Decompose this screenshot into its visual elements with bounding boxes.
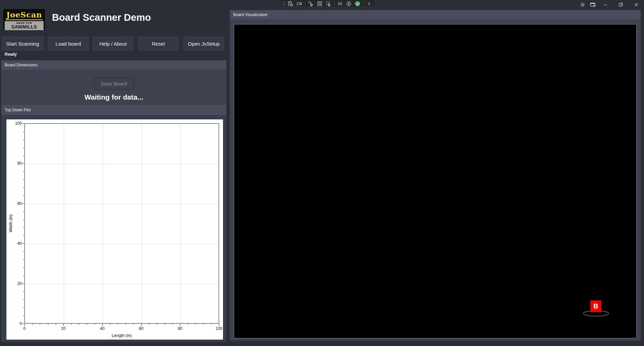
collapse-toolbar-icon[interactable]	[365, 1, 373, 7]
top-down-plot-surface[interactable]: 0 20 40 60 80 100 100 80 60 40 20 0 Leng…	[6, 119, 223, 340]
logo-tagline-bottom: SAWMILLS	[5, 24, 44, 30]
x-tick-label: 100	[212, 326, 226, 331]
save-board-button[interactable]: Save Board	[94, 78, 134, 90]
board-visualization-viewport[interactable]: B	[234, 24, 637, 338]
window-settings-icon[interactable]	[588, 0, 598, 9]
y-tick-label: 40	[9, 241, 22, 246]
x-tick-label: 40	[96, 326, 109, 331]
board-dimensions-content: Save Board Waiting for data...	[1, 70, 226, 105]
select-element-icon[interactable]	[307, 1, 315, 7]
help-about-button[interactable]: Help / About	[93, 37, 133, 50]
layout-adorners-icon[interactable]	[316, 1, 324, 7]
load-board-button[interactable]: Load board	[48, 37, 89, 50]
joescan-logo: JoeScan MADE FOR SAWMILLS	[3, 9, 45, 30]
close-icon[interactable]	[629, 0, 644, 9]
board-marker[interactable]: B	[590, 300, 601, 312]
gridline-vertical	[103, 124, 103, 323]
debug-toolbar	[280, 0, 375, 7]
toolbar-separator	[363, 1, 364, 6]
hot-reload-icon[interactable]	[336, 1, 344, 7]
logo-tagline: MADE FOR SAWMILLS	[5, 21, 44, 30]
toolbar-separator	[305, 1, 305, 6]
y-tick-label: 20	[9, 281, 22, 286]
window-controls	[578, 0, 644, 9]
y-tick-label: 100	[9, 121, 22, 126]
plot-area	[24, 123, 219, 324]
y-tick-label: 60	[9, 201, 22, 206]
waiting-for-data-message: Waiting for data...	[1, 93, 226, 101]
x-axis-major-ticks	[24, 324, 219, 326]
toolbar-separator	[334, 1, 334, 6]
gridline-vertical	[64, 124, 64, 323]
y-axis-title: Width (in)	[8, 214, 13, 232]
app-window: JoeScan MADE FOR SAWMILLS Board Scanner …	[0, 0, 644, 346]
x-tick-label: 20	[57, 326, 70, 331]
y-axis-major-ticks	[22, 123, 24, 324]
top-down-plot-content: 0 20 40 60 80 100 100 80 60 40 20 0 Leng…	[1, 115, 226, 342]
screen-capture-icon[interactable]	[295, 1, 303, 7]
gridline-vertical	[180, 124, 181, 323]
gridline-horizontal	[25, 204, 219, 204]
x-tick-label: 60	[135, 326, 148, 331]
open-jssetup-button[interactable]: Open JsSetup	[183, 37, 224, 50]
gridline-horizontal	[25, 244, 219, 244]
page-title: Board Scanner Demo	[52, 12, 151, 23]
track-focus-icon[interactable]	[324, 1, 332, 7]
x-tick-label: 0	[18, 326, 31, 331]
y-tick-label: 0	[9, 321, 22, 326]
board-visualization-panel: Board Visualization B	[230, 10, 641, 341]
hot-reload-success-icon[interactable]	[354, 1, 362, 7]
x-axis-title: Length (in)	[24, 333, 219, 338]
start-scanning-button[interactable]: Start Scanning	[2, 37, 43, 50]
logo-brand-text: JoeScan	[5, 10, 44, 19]
accessibility-checker-icon[interactable]	[345, 1, 353, 7]
board-visualization-header[interactable]: Board Visualization	[230, 10, 641, 19]
settings-gear-icon[interactable]	[578, 0, 588, 9]
status-text: Ready	[5, 52, 17, 57]
logo-underline	[6, 19, 43, 20]
live-visual-tree-icon[interactable]	[286, 1, 294, 7]
y-tick-label: 80	[9, 161, 22, 166]
gridline-horizontal	[25, 284, 219, 284]
reset-button[interactable]: Reset	[138, 37, 178, 50]
grip-handle-icon[interactable]	[282, 1, 286, 7]
board-dimensions-header[interactable]: Board Dimensions	[1, 60, 226, 70]
gridline-horizontal	[25, 164, 219, 164]
top-down-plot-header[interactable]: Top Down Plot	[1, 105, 226, 115]
restore-icon[interactable]	[613, 0, 629, 9]
gridline-vertical	[142, 124, 142, 323]
minimize-icon[interactable]	[598, 0, 613, 9]
x-tick-label: 80	[173, 326, 187, 331]
